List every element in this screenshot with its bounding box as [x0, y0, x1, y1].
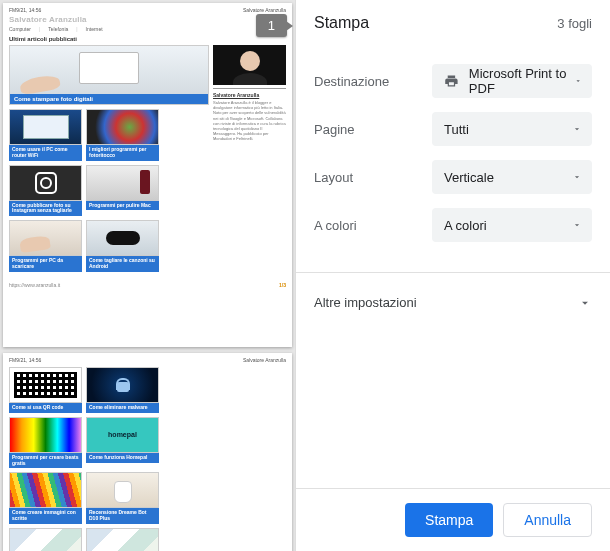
site-title: Salvatore Aranzulla [9, 15, 286, 24]
article-caption: Come pubblicare foto su Instagram senza … [9, 201, 82, 217]
hero-card: Come stampare foto digitali [9, 45, 209, 105]
nav-item: Computer [9, 26, 31, 32]
article-thumb: homepal [86, 417, 159, 453]
article-card [9, 528, 82, 551]
article-thumb [86, 220, 159, 256]
layout-label: Layout [314, 170, 432, 185]
site-nav: Computer | Telefonia | Internet Cerca... [9, 26, 286, 32]
article-card: Programmi per PC da scaricare [9, 220, 82, 272]
page-meta-right: Salvatore Aranzulla [243, 7, 286, 13]
article-card: I migliori programmi per fotoritocco [86, 109, 159, 161]
nav-item: Internet [86, 26, 103, 32]
page-number: 1/3 [279, 282, 286, 288]
printer-icon [444, 72, 459, 90]
print-preview-pane[interactable]: 1 FM9/21, 14:56 Salvatore Aranzulla Salv… [0, 0, 295, 551]
article-caption: Come funziona Homepal [86, 453, 159, 463]
author-sidebar: Salvatore Aranzulla Salvatore Aranzulla … [213, 45, 286, 272]
layout-select[interactable]: Verticale [432, 160, 592, 194]
layout-value: Verticale [444, 170, 494, 185]
article-caption: Recensione Dreame Bot D10 Plus [86, 508, 159, 524]
article-card: Programmi per pulire Mac [86, 165, 159, 217]
color-select[interactable]: A colori [432, 208, 592, 242]
article-card: homepalCome funziona Homepal [86, 417, 159, 469]
page-meta-left: FM9/21, 14:56 [9, 357, 41, 363]
page-indicator: 1 [256, 14, 287, 37]
article-thumb [9, 220, 82, 256]
article-caption: Programmi per creare beats gratis [9, 453, 82, 469]
pages-label: Pagine [314, 122, 432, 137]
article-thumb [9, 472, 82, 508]
page-indicator-number: 1 [256, 14, 287, 37]
article-caption: Come tagliare le canzoni su Android [86, 256, 159, 272]
page-footer-url: https://www.aranzulla.it [9, 282, 60, 288]
article-caption: Come usare il PC come router WiFi [9, 145, 82, 161]
more-settings-toggle[interactable]: Altre impostazioni [296, 273, 610, 332]
article-thumb [86, 528, 159, 551]
article-thumb [9, 109, 82, 145]
article-caption: Come eliminare malware [86, 403, 159, 413]
chevron-down-icon [578, 296, 592, 310]
author-name: Salvatore Aranzulla [213, 92, 286, 98]
article-card: Come eliminare malware [86, 367, 159, 413]
dialog-title: Stampa [314, 14, 369, 32]
hero-caption: Come stampare foto digitali [10, 94, 208, 104]
article-card: Programmi per creare beats gratis [9, 417, 82, 469]
color-label: A colori [314, 218, 432, 233]
article-card: Come si usa QR code [9, 367, 82, 413]
article-card [86, 528, 159, 551]
chevron-down-icon [574, 76, 582, 86]
article-card: Come creare immagini con scritte [9, 472, 82, 524]
preview-page-1: FM9/21, 14:56 Salvatore Aranzulla Salvat… [3, 3, 292, 347]
dialog-footer: Stampa Annulla [296, 488, 610, 551]
chevron-down-icon [572, 220, 582, 230]
print-settings-pane: Stampa 3 fogli Destinazione Microsoft Pr… [295, 0, 610, 551]
article-card: Come tagliare le canzoni su Android [86, 220, 159, 272]
destination-select[interactable]: Microsoft Print to PDF [432, 64, 592, 98]
article-card: Recensione Dreame Bot D10 Plus [86, 472, 159, 524]
sheet-count: 3 fogli [557, 16, 592, 31]
pages-select[interactable]: Tutti [432, 112, 592, 146]
chevron-down-icon [572, 172, 582, 182]
pages-value: Tutti [444, 122, 469, 137]
article-card: Come pubblicare foto su Instagram senza … [9, 165, 82, 217]
article-caption: Programmi per pulire Mac [86, 201, 159, 211]
article-thumb [9, 367, 82, 403]
article-thumb [9, 417, 82, 453]
section-title: Ultimi articoli pubblicati [9, 36, 286, 42]
cancel-button[interactable]: Annulla [503, 503, 592, 537]
color-value: A colori [444, 218, 487, 233]
article-thumb [86, 367, 159, 403]
author-bio: Salvatore Aranzulla è il blogger e divul… [213, 100, 286, 142]
chevron-down-icon [572, 124, 582, 134]
more-settings-label: Altre impostazioni [314, 295, 417, 310]
article-thumb [86, 165, 159, 201]
article-card: Come usare il PC come router WiFi [9, 109, 82, 161]
article-caption: Come creare immagini con scritte [9, 508, 82, 524]
print-button[interactable]: Stampa [405, 503, 493, 537]
article-thumb [9, 165, 82, 201]
nav-item: Telefonia [48, 26, 68, 32]
destination-label: Destinazione [314, 74, 432, 89]
destination-value: Microsoft Print to PDF [469, 66, 574, 96]
article-caption: Programmi per PC da scaricare [9, 256, 82, 272]
page-meta-right: Salvatore Aranzulla [243, 357, 286, 363]
article-caption: Come si usa QR code [9, 403, 82, 413]
page-meta-left: FM9/21, 14:56 [9, 7, 41, 13]
article-thumb [86, 472, 159, 508]
article-caption: I migliori programmi per fotoritocco [86, 145, 159, 161]
article-thumb [86, 109, 159, 145]
article-thumb [9, 528, 82, 551]
preview-page-2: FM9/21, 14:56 Salvatore Aranzulla Come s… [3, 353, 292, 551]
author-portrait [213, 45, 286, 85]
